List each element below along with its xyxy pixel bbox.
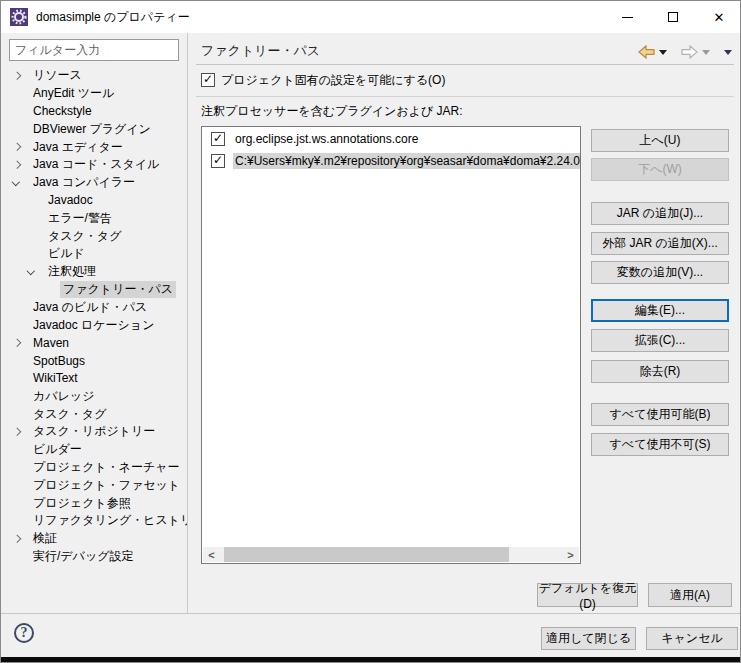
help-icon[interactable]: ? (14, 623, 34, 643)
tree-item[interactable]: ファクトリー・パス (1, 281, 187, 299)
tree-item-label: AnyEdit ツール (30, 85, 117, 102)
tree-item-label: Javadoc ロケーション (30, 317, 157, 334)
move-up-button[interactable]: 上へ(U) (591, 129, 729, 152)
edit-button[interactable]: 編集(E)... (591, 299, 729, 322)
tree-item[interactable]: プロジェクト・ファセット (1, 476, 187, 494)
chevron-glyph (13, 535, 21, 543)
tree-item-label: プロジェクト・ファセット (30, 477, 183, 494)
advanced-button[interactable]: 拡張(C)... (591, 329, 729, 352)
remove-button[interactable]: 除去(R) (591, 360, 729, 383)
tree-item[interactable]: タスク・タグ (1, 227, 187, 245)
action-button-column: 上へ(U) 下へ(W) JAR の追加(J)... 外部 JAR の追加(X).… (591, 127, 729, 467)
titlebar: domasimple のプロパティー ✕ (1, 1, 741, 33)
checkmark-icon: ✓ (213, 154, 223, 166)
tree-item-label: Checkstyle (30, 104, 95, 118)
screen-edge (1, 657, 741, 663)
tree-item[interactable]: カバレッジ (1, 387, 187, 405)
tree-item-label: ファクトリー・パス (60, 281, 176, 298)
jar-item-label: C:¥Users¥mky¥.m2¥repository¥org¥seasar¥d… (233, 153, 580, 169)
tree-item-label: タスク・リポジトリー (30, 423, 158, 440)
tree-item-label: エラー/警告 (45, 210, 115, 227)
filter-input[interactable] (9, 39, 179, 61)
tree-item[interactable]: Javadoc ロケーション (1, 316, 187, 334)
maximize-button[interactable] (650, 1, 696, 33)
close-button[interactable]: ✕ (696, 1, 741, 33)
jar-list-rows: ✓org.eclipse.jst.ws.annotations.core✓C:¥… (202, 129, 580, 171)
jar-list-item[interactable]: ✓C:¥Users¥mky¥.m2¥repository¥org¥seasar¥… (202, 151, 580, 171)
tree-item[interactable]: プロジェクト・ネーチャー (1, 459, 187, 477)
back-dropdown-icon[interactable] (659, 50, 667, 55)
chevron-down-icon[interactable] (28, 270, 45, 274)
tree-item[interactable]: SpotBugs (1, 352, 187, 370)
add-external-jar-button[interactable]: 外部 JAR の追加(X)... (591, 232, 729, 255)
project-specific-checkbox[interactable]: ✓ (201, 73, 215, 87)
horizontal-scrollbar[interactable]: < > (203, 547, 579, 562)
tree-item[interactable]: タスク・タグ (1, 405, 187, 423)
annotation-processor-list[interactable]: ✓org.eclipse.jst.ws.annotations.core✓C:¥… (201, 126, 581, 564)
minimize-icon (622, 17, 633, 18)
restore-defaults-button[interactable]: デフォルトを復元(D) (537, 583, 638, 607)
item-checkbox[interactable]: ✓ (211, 132, 225, 146)
jar-list-item[interactable]: ✓org.eclipse.jst.ws.annotations.core (202, 129, 580, 149)
tree-item[interactable]: エラー/警告 (1, 209, 187, 227)
tree-item-label: SpotBugs (30, 354, 88, 368)
apply-button[interactable]: 適用(A) (648, 583, 732, 607)
chevron-right-icon[interactable] (13, 429, 30, 435)
chevron-down-icon[interactable] (13, 181, 30, 185)
tree-item-label: Java エディター (30, 139, 126, 156)
tree-item-label: プロジェクト参照 (30, 495, 134, 512)
minimize-button[interactable] (604, 1, 650, 33)
chevron-right-icon[interactable] (13, 536, 30, 542)
cancel-button[interactable]: キャンセル (646, 627, 738, 650)
chevron-glyph (12, 178, 20, 186)
add-variable-button[interactable]: 変数の追加(V)... (591, 261, 729, 284)
back-arrow-icon[interactable] (638, 45, 655, 59)
tree-item[interactable]: タスク・リポジトリー (1, 423, 187, 441)
scrollbar-thumb[interactable] (224, 547, 509, 562)
maximize-icon (668, 12, 678, 22)
tree-item[interactable]: Java コンパイラー (1, 174, 187, 192)
tree-item-label: Java コード・スタイル (30, 156, 162, 173)
tree-item-label: ビルド (45, 245, 88, 262)
header-divider (196, 64, 734, 65)
tree-item-label: 検証 (30, 530, 60, 547)
chevron-right-icon[interactable] (13, 340, 30, 346)
tree-item[interactable]: ビルド (1, 245, 187, 263)
tree-item[interactable]: Maven (1, 334, 187, 352)
enable-all-button[interactable]: すべて使用可能(B) (591, 403, 729, 426)
tree-item[interactable]: 実行/デバッグ設定 (1, 548, 187, 566)
tree-item-label: 実行/デバッグ設定 (30, 548, 136, 565)
project-specific-settings-row[interactable]: ✓ プロジェクト固有の設定を可能にする(O) (201, 71, 445, 89)
tree-item[interactable]: AnyEdit ツール (1, 85, 187, 103)
tree-item-label: プロジェクト・ネーチャー (30, 459, 183, 476)
scroll-right-icon[interactable]: > (562, 547, 579, 562)
chevron-right-icon[interactable] (13, 162, 30, 168)
tree-item[interactable]: リファクタリング・ヒストリー (1, 512, 187, 530)
tree-item-label: Javadoc (45, 193, 96, 207)
tree-item[interactable]: Java コード・スタイル (1, 156, 187, 174)
chevron-right-icon[interactable] (13, 73, 30, 79)
add-jar-button[interactable]: JAR の追加(J)... (591, 202, 729, 225)
chevron-right-icon[interactable] (13, 144, 30, 150)
window-title: domasimple のプロパティー (36, 9, 190, 26)
scroll-left-icon[interactable]: < (203, 547, 220, 562)
apply-and-close-button[interactable]: 適用して閉じる (541, 627, 636, 650)
tree-item[interactable]: ビルダー (1, 441, 187, 459)
chevron-glyph (27, 267, 35, 275)
sidebar: リソースAnyEdit ツールCheckstyleDBViewer プラグインJ… (1, 33, 187, 613)
tree-item[interactable]: Checkstyle (1, 103, 187, 121)
tree-item-label: リファクタリング・ヒストリー (30, 512, 187, 529)
tree-item[interactable]: DBViewer プラグイン (1, 120, 187, 138)
tree-item[interactable]: 注釈処理 (1, 263, 187, 281)
tree-item[interactable]: プロジェクト参照 (1, 494, 187, 512)
tree-item[interactable]: Javadoc (1, 192, 187, 210)
view-menu-icon[interactable] (724, 50, 732, 55)
tree-item[interactable]: リソース (1, 67, 187, 85)
tree-item[interactable]: 検証 (1, 530, 187, 548)
tree-item[interactable]: Java のビルド・パス (1, 298, 187, 316)
disable-all-button[interactable]: すべて使用不可(S) (591, 433, 729, 456)
item-checkbox[interactable]: ✓ (211, 154, 225, 168)
tree-item[interactable]: Java エディター (1, 138, 187, 156)
tree-item[interactable]: WikiText (1, 370, 187, 388)
scrollbar-track[interactable] (220, 547, 562, 562)
